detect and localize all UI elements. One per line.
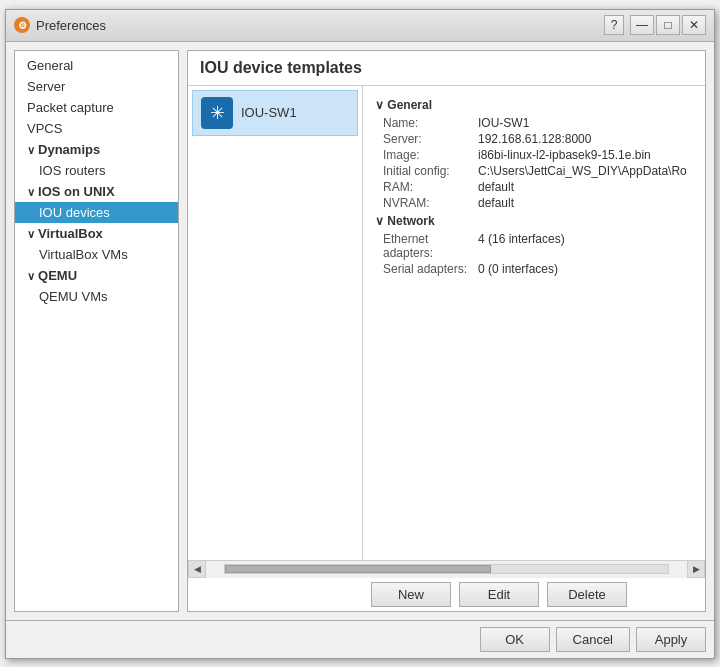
edit-button[interactable]: Edit	[459, 582, 539, 607]
detail-value: default	[478, 180, 693, 194]
sidebar-item-ios-on-unix[interactable]: IOS on UNIX	[15, 181, 178, 202]
window-title: Preferences	[36, 18, 106, 33]
sidebar-item-label: IOS on UNIX	[38, 184, 115, 199]
detail-value: 4 (16 interfaces)	[478, 232, 693, 260]
content-title: IOU device templates	[200, 59, 693, 77]
sidebar-item-virtualbox[interactable]: VirtualBox	[15, 223, 178, 244]
detail-row: Initial config:C:\Users\JettCai_WS_DIY\A…	[375, 164, 693, 178]
detail-row: Name:IOU-SW1	[375, 116, 693, 130]
new-button[interactable]: New	[371, 582, 451, 607]
close-button[interactable]: ✕	[682, 15, 706, 35]
scroll-left-arrow[interactable]: ◀	[188, 560, 206, 578]
detail-label: RAM:	[383, 180, 478, 194]
title-bar-controls: ? — □ ✕	[604, 15, 706, 35]
app-icon: ⚙	[14, 17, 30, 33]
content-header: IOU device templates	[188, 51, 705, 86]
detail-row: Ethernet adapters:4 (16 interfaces)	[375, 232, 693, 260]
sidebar-item-label: IOU devices	[39, 205, 110, 220]
detail-value: 0 (0 interfaces)	[478, 262, 693, 276]
detail-network-header: ∨ Network	[375, 214, 693, 228]
detail-row: Server:192.168.61.128:8000	[375, 132, 693, 146]
detail-row: NVRAM:default	[375, 196, 693, 210]
sidebar-item-label: IOS routers	[39, 163, 105, 178]
sidebar-item-label: VirtualBox VMs	[39, 247, 128, 262]
sidebar-item-label: VirtualBox	[38, 226, 103, 241]
device-list: ✳IOU-SW1	[188, 86, 363, 560]
sidebar: GeneralServerPacket captureVPCSDynamipsI…	[14, 50, 179, 612]
device-item-iou-sw1[interactable]: ✳IOU-SW1	[192, 90, 358, 136]
detail-label: Initial config:	[383, 164, 478, 178]
detail-row: Serial adapters:0 (0 interfaces)	[375, 262, 693, 276]
title-bar: ⚙ Preferences ? — □ ✕	[6, 10, 714, 42]
sidebar-item-ios-routers[interactable]: IOS routers	[15, 160, 178, 181]
sidebar-item-iou-devices[interactable]: IOU devices	[15, 202, 178, 223]
sidebar-item-label: Server	[27, 79, 65, 94]
preferences-window: ⚙ Preferences ? — □ ✕ GeneralServerPacke…	[5, 9, 715, 659]
main-content: GeneralServerPacket captureVPCSDynamipsI…	[6, 42, 714, 620]
device-icon-iou-sw1: ✳	[201, 97, 233, 129]
content-body: ✳IOU-SW1 ∨ GeneralName:IOU-SW1Server:192…	[188, 86, 705, 560]
sidebar-item-server[interactable]: Server	[15, 76, 178, 97]
maximize-button[interactable]: □	[656, 15, 680, 35]
scrollbar-track[interactable]	[224, 564, 669, 574]
detail-row: Image:i86bi-linux-l2-ipbasek9-15.1e.bin	[375, 148, 693, 162]
sidebar-item-qemu[interactable]: QEMU	[15, 265, 178, 286]
sidebar-item-vpcs[interactable]: VPCS	[15, 118, 178, 139]
action-buttons: New Edit Delete	[363, 578, 705, 611]
device-name-iou-sw1: IOU-SW1	[241, 105, 297, 120]
detail-label: Ethernet adapters:	[383, 232, 478, 260]
scrollbar-thumb[interactable]	[225, 565, 491, 573]
ok-button[interactable]: OK	[480, 627, 550, 652]
device-details: ∨ GeneralName:IOU-SW1Server:192.168.61.1…	[363, 86, 705, 560]
content-area: IOU device templates ✳IOU-SW1 ∨ GeneralN…	[187, 50, 706, 612]
horizontal-scrollbar[interactable]: ◀ ▶	[188, 560, 705, 578]
sidebar-item-label: QEMU	[38, 268, 77, 283]
detail-label: Server:	[383, 132, 478, 146]
detail-general-header: ∨ General	[375, 98, 693, 112]
detail-label: Name:	[383, 116, 478, 130]
detail-value: C:\Users\JettCai_WS_DIY\AppData\Ro	[478, 164, 693, 178]
sidebar-item-label: General	[27, 58, 73, 73]
sidebar-item-label: VPCS	[27, 121, 62, 136]
footer: OK Cancel Apply	[6, 620, 714, 658]
detail-value: i86bi-linux-l2-ipbasek9-15.1e.bin	[478, 148, 693, 162]
sidebar-item-label: Packet capture	[27, 100, 114, 115]
detail-label: Serial adapters:	[383, 262, 478, 276]
detail-value: 192.168.61.128:8000	[478, 132, 693, 146]
cancel-button[interactable]: Cancel	[556, 627, 630, 652]
detail-label: NVRAM:	[383, 196, 478, 210]
sidebar-item-dynamips[interactable]: Dynamips	[15, 139, 178, 160]
content-panel: IOU device templates ✳IOU-SW1 ∨ GeneralN…	[187, 50, 706, 612]
detail-value: IOU-SW1	[478, 116, 693, 130]
sidebar-item-label: Dynamips	[38, 142, 100, 157]
help-button[interactable]: ?	[604, 15, 624, 35]
scroll-right-arrow[interactable]: ▶	[687, 560, 705, 578]
minimize-button[interactable]: —	[630, 15, 654, 35]
detail-label: Image:	[383, 148, 478, 162]
delete-button[interactable]: Delete	[547, 582, 627, 607]
detail-value: default	[478, 196, 693, 210]
sidebar-item-label: QEMU VMs	[39, 289, 108, 304]
sidebar-item-packet-capture[interactable]: Packet capture	[15, 97, 178, 118]
sidebar-item-general[interactable]: General	[15, 55, 178, 76]
apply-button[interactable]: Apply	[636, 627, 706, 652]
title-bar-left: ⚙ Preferences	[14, 17, 106, 33]
sidebar-item-qemu-vms[interactable]: QEMU VMs	[15, 286, 178, 307]
sidebar-item-virtualbox-vms[interactable]: VirtualBox VMs	[15, 244, 178, 265]
detail-row: RAM:default	[375, 180, 693, 194]
